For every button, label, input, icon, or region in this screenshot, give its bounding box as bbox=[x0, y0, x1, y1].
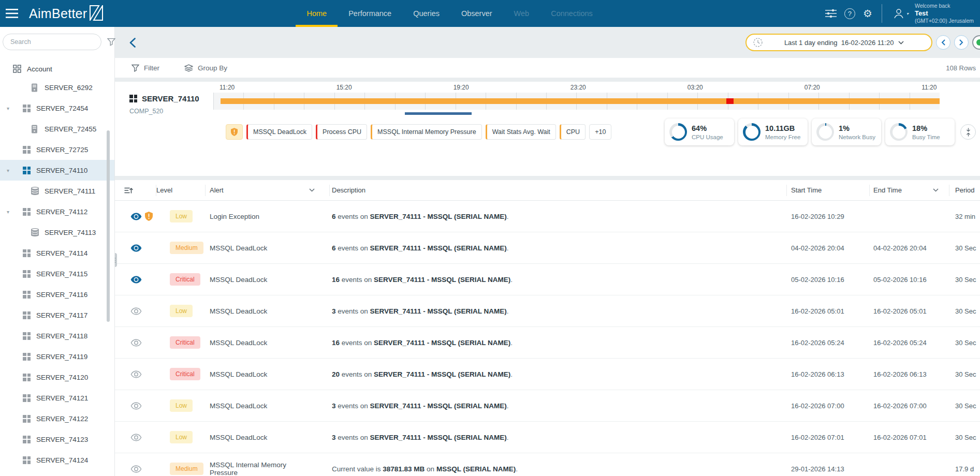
table-row[interactable]: MediumMSSQL DeadLock6 events on SERVER_7… bbox=[115, 232, 980, 264]
table-row[interactable]: CriticalMSSQL DeadLock16 events on SERVE… bbox=[115, 327, 980, 359]
start-time: 04-02-2026 20:04 bbox=[787, 244, 870, 252]
timeline-track[interactable]: 11:2015:2019:2023:2003:2007:2011:20 bbox=[213, 84, 940, 115]
table-body: LowLogin Exception6 events on SERVER_741… bbox=[115, 201, 980, 476]
user-icon[interactable]: ▾ bbox=[893, 8, 909, 19]
end-time-column-header[interactable]: End Time bbox=[870, 185, 949, 196]
shield-alert-tag[interactable] bbox=[226, 124, 243, 140]
windows-icon bbox=[23, 291, 31, 299]
table-row[interactable]: LowLogin Exception6 events on SERVER_741… bbox=[115, 201, 980, 232]
windows-icon bbox=[23, 105, 31, 112]
eye-filled-icon[interactable] bbox=[130, 244, 142, 252]
eye-filled-icon[interactable] bbox=[130, 276, 142, 284]
period-column-header[interactable]: Period bbox=[949, 185, 980, 196]
sidebar-item-server_74121[interactable]: SERVER_74121 bbox=[0, 388, 114, 408]
back-button[interactable] bbox=[129, 38, 136, 48]
table-row[interactable]: CriticalMSSQL DeadLock16 events on SERVE… bbox=[115, 264, 980, 295]
sort-column-header[interactable] bbox=[115, 185, 156, 196]
date-range-picker[interactable]: Last 1 day ending 16-02-2026 11:20 bbox=[745, 34, 932, 51]
more-tags-chip[interactable]: +10 bbox=[589, 124, 611, 140]
app: AimBetter HomePerformanceQueriesObserver… bbox=[0, 0, 980, 476]
nav-item-observer[interactable]: Observer bbox=[450, 0, 503, 27]
group-by-button[interactable]: Group By bbox=[184, 64, 227, 72]
start-time: 16-02-2026 07:01 bbox=[787, 434, 870, 441]
table-row[interactable]: CriticalMSSQL DeadLock20 events on SERVE… bbox=[115, 359, 980, 390]
sidebar-item-account[interactable]: Account bbox=[0, 61, 114, 77]
alert-tag[interactable]: MSSQL DeadLock bbox=[246, 124, 312, 140]
nav-item-queries[interactable]: Queries bbox=[402, 0, 450, 27]
menu-icon[interactable] bbox=[0, 0, 24, 27]
gear-icon[interactable]: ⚙ bbox=[863, 8, 872, 19]
sidebar-item-server_74119[interactable]: SERVER_74119 bbox=[0, 346, 114, 367]
alert-tag[interactable]: Process CPU bbox=[316, 124, 367, 140]
tower-icon bbox=[31, 125, 38, 133]
table-row[interactable]: MediumMSSQL Internal Memory PressureCurr… bbox=[115, 453, 980, 476]
search-input[interactable] bbox=[3, 34, 101, 50]
caret-down-icon[interactable]: ▾ bbox=[7, 106, 9, 111]
sidebar-item-server_74112[interactable]: ▾SERVER_74112 bbox=[0, 201, 114, 222]
eye-outline-icon[interactable] bbox=[130, 402, 142, 410]
sidebar-item-server_74110[interactable]: ▾SERVER_74110 bbox=[0, 160, 114, 181]
alert-tag[interactable]: Wait Stats Avg. Wait bbox=[486, 124, 556, 140]
sidebar-item-server_72725[interactable]: SERVER_72725 bbox=[0, 139, 114, 160]
end-time: 16-02-2026 05:24 bbox=[870, 339, 949, 347]
eye-outline-icon[interactable] bbox=[130, 370, 142, 378]
alert-tag[interactable]: CPU bbox=[560, 124, 586, 140]
sidebar-item-server_74114[interactable]: SERVER_74114 bbox=[0, 243, 114, 263]
collapse-panel-button[interactable] bbox=[960, 124, 976, 140]
table-row[interactable]: LowMSSQL DeadLock3 events on SERVER_7411… bbox=[115, 422, 980, 453]
nav-item-web[interactable]: Web bbox=[503, 0, 540, 27]
table-row[interactable]: LowMSSQL DeadLock3 events on SERVER_7411… bbox=[115, 295, 980, 327]
sidebar-item-server_6292[interactable]: SERVER_6292 bbox=[0, 77, 114, 98]
level-badge: Medium bbox=[170, 463, 203, 475]
description-column-header[interactable]: Description bbox=[330, 185, 787, 196]
alert-name: MSSQL DeadLock bbox=[210, 434, 267, 441]
table-row[interactable]: LowMSSQL DeadLock3 events on SERVER_7411… bbox=[115, 390, 980, 422]
sidebar-item-server_74115[interactable]: SERVER_74115 bbox=[0, 263, 114, 284]
timeline-range-indicator[interactable] bbox=[405, 112, 472, 115]
end-time: 04-02-2026 20:04 bbox=[870, 244, 949, 252]
eye-outline-icon[interactable] bbox=[130, 307, 142, 315]
end-time: 16-02-2026 06:13 bbox=[870, 370, 949, 378]
search-filter-funnel-icon[interactable] bbox=[107, 38, 115, 46]
server-tree: Account SERVER_6292▾SERVER_72454SERVER_7… bbox=[0, 53, 114, 470]
alert-column-header[interactable]: Alert bbox=[206, 185, 330, 196]
sliders-icon[interactable] bbox=[825, 9, 837, 18]
app-logo[interactable]: AimBetter bbox=[29, 0, 103, 27]
sidebar-item-server_74124[interactable]: SERVER_74124 bbox=[0, 450, 114, 470]
sidebar-item-server_74117[interactable]: SERVER_74117 bbox=[0, 305, 114, 325]
level-column-header[interactable]: Level bbox=[156, 185, 206, 196]
gauge-card: 18%Busy Time bbox=[885, 118, 955, 145]
sidebar-item-server_74113[interactable]: SERVER_74113 bbox=[0, 222, 114, 243]
eye-filled-icon[interactable] bbox=[130, 213, 142, 220]
table-header: Level Alert Description Start Time End T… bbox=[115, 180, 980, 201]
nav-item-connections[interactable]: Connections bbox=[540, 0, 604, 27]
sidebar-item-server_74123[interactable]: SERVER_74123 bbox=[0, 429, 114, 450]
next-period-button[interactable] bbox=[954, 35, 969, 50]
filter-button[interactable]: Filter bbox=[131, 64, 159, 72]
gauge-label: CPU Usage bbox=[692, 134, 723, 140]
sidebar-item-server_74116[interactable]: SERVER_74116 bbox=[0, 284, 114, 305]
sidebar-item-server_72454[interactable]: ▾SERVER_72454 bbox=[0, 98, 114, 118]
live-indicator-button[interactable] bbox=[972, 35, 980, 50]
alert-tag[interactable]: MSSQL Internal Memory Pressure bbox=[371, 124, 482, 140]
sidebar-item-server_74111[interactable]: SERVER_74111 bbox=[0, 181, 114, 201]
caret-down-icon[interactable]: ▾ bbox=[7, 209, 9, 215]
nav-item-home[interactable]: Home bbox=[296, 0, 338, 27]
sidebar-item-server_74120[interactable]: SERVER_74120 bbox=[0, 367, 114, 388]
help-icon[interactable]: ? bbox=[844, 8, 855, 19]
sidebar-scrollbar[interactable] bbox=[107, 130, 110, 322]
timeline-axis[interactable] bbox=[213, 93, 940, 110]
sidebar: Account SERVER_6292▾SERVER_72454SERVER_7… bbox=[0, 27, 115, 476]
sidebar-item-server_72455[interactable]: SERVER_72455 bbox=[0, 118, 114, 139]
sidebar-item-server_74122[interactable]: SERVER_74122 bbox=[0, 408, 114, 429]
nav-item-performance[interactable]: Performance bbox=[338, 0, 402, 27]
start-time-column-header[interactable]: Start Time bbox=[787, 185, 870, 196]
eye-outline-icon[interactable] bbox=[130, 465, 142, 473]
caret-down-icon[interactable]: ▾ bbox=[7, 168, 9, 173]
prev-period-button[interactable] bbox=[936, 35, 950, 50]
user-info[interactable]: Welcome back Test (GMT+02:00) Jerusalem bbox=[915, 3, 974, 25]
eye-outline-icon[interactable] bbox=[130, 339, 142, 347]
sidebar-resize-handle[interactable] bbox=[115, 253, 117, 267]
eye-outline-icon[interactable] bbox=[130, 434, 142, 441]
sidebar-item-server_74118[interactable]: SERVER_74118 bbox=[0, 325, 114, 346]
